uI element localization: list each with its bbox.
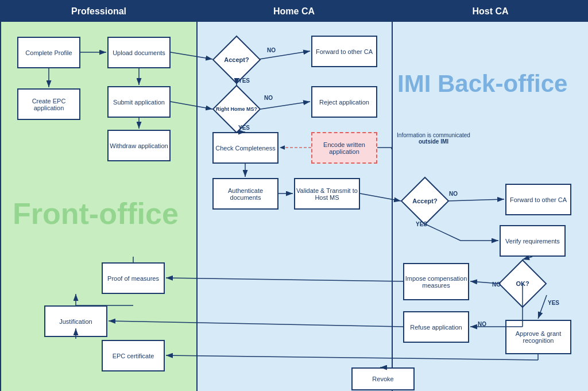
imi-backoffice-bg-text: IMI Back-office [397,70,567,98]
box-approve-grant: Approve & grant recognition [505,320,571,354]
box-verify-requirements: Verify requirements [500,225,566,257]
divider-home-host [392,1,393,391]
diamond-accept-host: Accept? [402,178,448,224]
header-professional: Professional [1,1,196,22]
label-yes-accept-host: YES [416,221,427,227]
box-epc-certificate: EPC certificate [102,340,165,371]
box-impose-compensation: Impose compensation measures [403,263,469,300]
box-upload-documents: Upload documents [107,37,171,68]
box-proof-measures: Proof of measures [102,262,165,294]
box-authenticate-documents: Authenticate documents [212,178,278,210]
label-yes-ok: YES [548,300,559,306]
box-submit-application: Submit application [107,86,171,118]
label-no-accept-home: NO [267,47,276,53]
diagram-container: Professional Home CA Host CA Front-offic… [0,0,588,391]
diamond-right-home-ms: Right Home MS? [214,86,260,132]
label-no-ok: NO [492,281,501,288]
label-no-right-home: NO [264,95,273,101]
info-outside-imi: Information is communicated outside IMI [396,132,471,145]
box-complete-profile: Complete Profile [17,37,80,68]
box-refuse-application: Refuse application [403,311,469,343]
box-revoke: Revoke [351,367,415,390]
box-withdraw-application: Withdraw application [107,130,171,161]
box-forward-other-ca-host: Forward to other CA [505,184,571,215]
label-yes-right-home: YES [238,125,250,131]
header-host-ca: Host CA [392,1,588,22]
header-home-ca: Home CA [196,1,392,22]
box-validate-transmit: Validate & Transmit to Host MS [294,178,360,210]
box-check-completeness: Check Completeness [212,132,278,164]
box-encode-written: Encode written application [311,132,377,164]
box-forward-other-ca-home: Forward to other CA [311,36,377,67]
label-no-refuse: NO [478,321,486,327]
label-yes-accept-home: YES [238,78,250,84]
diamond-ok: OK? [500,261,546,307]
divider-professional-home [196,1,198,391]
diamond-accept-home: Accept? [214,37,260,83]
front-office-bg-text: Front-office [13,196,179,231]
label-no-accept-host: NO [449,191,458,197]
box-reject-application: Reject application [311,86,377,118]
box-justification: Justification [44,305,107,337]
box-create-epc: Create EPC application [17,88,80,120]
